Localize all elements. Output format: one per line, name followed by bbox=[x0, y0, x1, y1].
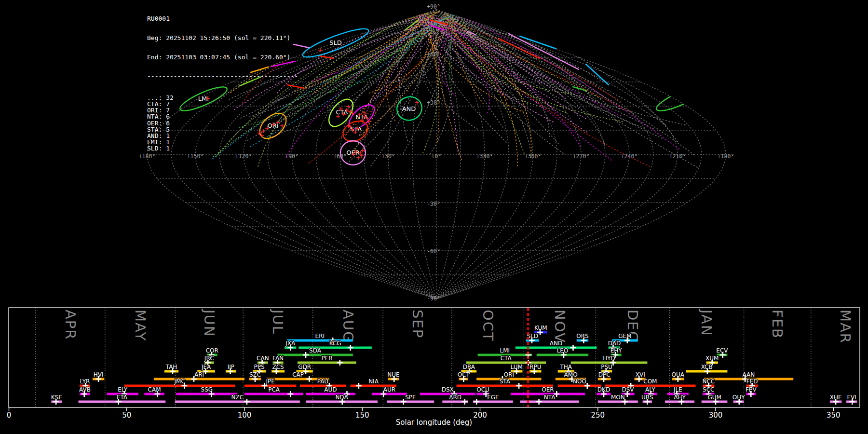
bar-peak-PCA bbox=[287, 391, 293, 397]
bar-label-CTA: CTA bbox=[501, 355, 512, 362]
meteor-track bbox=[449, 16, 662, 138]
month-label-JAN: JAN bbox=[698, 309, 715, 337]
bar-label-EGE: EGE bbox=[487, 394, 499, 401]
x-tick-label: 50 bbox=[122, 411, 131, 420]
x-tick-label: 300 bbox=[709, 411, 723, 420]
bar-peak-ARD bbox=[462, 399, 468, 405]
shower-count-NTA: NTA: 6 bbox=[147, 113, 298, 120]
meteor-track bbox=[454, 19, 665, 125]
activity-bar-ARI bbox=[154, 378, 244, 380]
lat-label: -30° bbox=[427, 201, 440, 207]
meteor-track bbox=[351, 14, 434, 158]
lon-label: +180° bbox=[718, 153, 734, 160]
station-id: RU0001 bbox=[147, 15, 298, 22]
month-label-AUG: AUG bbox=[340, 310, 356, 343]
bar-label-SPE: SPE bbox=[405, 394, 416, 401]
meteor-track bbox=[444, 11, 644, 128]
month-label-OCT: OCT bbox=[480, 310, 496, 342]
month-label-JUN: JUN bbox=[201, 309, 217, 337]
bar-label-LMI: LMI bbox=[500, 347, 510, 354]
shower-count-OER: OER: 6 bbox=[147, 120, 298, 126]
x-tick-label: 200 bbox=[473, 411, 487, 420]
x-tick-label: 100 bbox=[238, 411, 252, 420]
bar-peak-STA bbox=[516, 383, 522, 389]
bar-label-NIA: NIA bbox=[368, 378, 379, 385]
bar-label-TAH: TAH bbox=[165, 364, 177, 370]
bar-label-DSX: DSX bbox=[442, 386, 454, 393]
meteor-plus bbox=[356, 156, 360, 160]
lon-label: +210° bbox=[669, 153, 686, 160]
bar-peak-KCG bbox=[348, 345, 353, 351]
meteor-trail bbox=[573, 87, 586, 91]
bar-peak-EGE bbox=[474, 399, 479, 405]
bar-label-NTA: NTA bbox=[544, 394, 556, 401]
radiant-map-and-timeline-plot: +180°+150°+120°+90°+60°+30°+0°+330°+300°… bbox=[0, 0, 868, 434]
app-root: RU0001 Beg: 20251102 15:26:50 (sol = 220… bbox=[0, 0, 868, 434]
meteor-plus bbox=[415, 101, 419, 105]
bar-label-GDR: GDR bbox=[298, 364, 311, 370]
meteor-track bbox=[414, 11, 558, 144]
activity-bar-ETA bbox=[79, 401, 166, 403]
month-label-MAY: MAY bbox=[132, 310, 149, 341]
bar-label-DSV: DSV bbox=[622, 386, 634, 393]
x-tick-label: 250 bbox=[591, 411, 605, 420]
bar-peak-NIA bbox=[356, 383, 362, 389]
bar-label-CAP: CAP bbox=[292, 371, 304, 378]
activity-bar-SSG bbox=[176, 393, 237, 395]
activity-bar-SDA bbox=[277, 354, 353, 356]
activity-bar-AUR bbox=[372, 393, 407, 395]
month-label-NOV: NOV bbox=[552, 310, 568, 343]
activity-bar-JMC bbox=[124, 385, 235, 387]
bar-label-MON: MON bbox=[611, 394, 625, 401]
bar-label-JMC: JMC bbox=[174, 378, 185, 385]
activity-timeline: APRMAYJUNJULAUGSEPOCTNOVDECJANFEBMARKUME… bbox=[7, 308, 860, 427]
meteor-track bbox=[412, 19, 685, 125]
bar-label-SDA: SDA bbox=[309, 347, 322, 354]
activity-bar-NOO bbox=[558, 385, 601, 387]
lat-label: +30° bbox=[427, 99, 440, 106]
observation-header: RU0001 Beg: 20251102 15:26:50 (sol = 220… bbox=[147, 3, 298, 164]
meteor-track bbox=[330, 16, 413, 93]
header-separator: ---------------------------------------- bbox=[147, 73, 298, 79]
x-tick-label: 350 bbox=[827, 411, 841, 420]
activity-bar-ERI bbox=[287, 339, 353, 342]
meteor-track bbox=[438, 17, 650, 166]
bar-label-ELY: ELY bbox=[118, 386, 128, 393]
bar-label-ZCS: ZCS bbox=[272, 364, 284, 370]
bar-label-ARI: ARI bbox=[194, 371, 204, 378]
month-label-JUL: JUL bbox=[270, 309, 286, 335]
meteor-track bbox=[444, 13, 594, 101]
activity-bar-PAU bbox=[300, 385, 346, 387]
lon-label: +0° bbox=[432, 153, 442, 160]
bar-peak-AND bbox=[570, 345, 576, 351]
bar-label-ARD: ARD bbox=[449, 394, 461, 401]
radiant-wrapped bbox=[654, 83, 705, 115]
bar-peak-PER bbox=[337, 360, 343, 366]
month-label-MAR: MAR bbox=[837, 310, 854, 344]
meteor-track bbox=[423, 15, 439, 142]
shower-count-SLD: SLD: 1 bbox=[147, 145, 298, 151]
x-tick-label: 0 bbox=[7, 411, 12, 420]
month-label-FEB: FEB bbox=[769, 310, 786, 339]
bar-label-JRC: JRC bbox=[204, 355, 214, 362]
bar-label-CAN: CAN bbox=[257, 355, 269, 362]
bar-label-GEM: GEM bbox=[618, 333, 631, 339]
bar-label-COM: COM bbox=[643, 378, 657, 385]
bar-label-NZC: NZC bbox=[231, 394, 244, 401]
meteor-plus bbox=[318, 48, 322, 52]
bar-label-OCU: OCU bbox=[476, 386, 489, 393]
lon-label: +270° bbox=[573, 153, 590, 160]
bar-label-PAU: PAU bbox=[317, 378, 328, 385]
radiant-ellipse- bbox=[654, 83, 705, 115]
radiant-label-SLD: SLD bbox=[329, 39, 342, 46]
lon-label: +240° bbox=[621, 153, 638, 160]
bar-peak-NTA bbox=[536, 399, 542, 405]
bar-label-AMO: AMO bbox=[564, 371, 578, 378]
bar-label-NOO: NOO bbox=[573, 378, 586, 385]
bar-label-THA: THA bbox=[560, 364, 572, 370]
bar-label-CAM: CAM bbox=[148, 386, 161, 393]
lat-label: +60° bbox=[427, 51, 440, 58]
bar-label-AHY: AHY bbox=[674, 394, 686, 401]
bar-label-LEO: LEO bbox=[557, 347, 569, 354]
begin-time: Beg: 20251102 15:26:50 (sol = 220.11°) bbox=[147, 35, 298, 41]
